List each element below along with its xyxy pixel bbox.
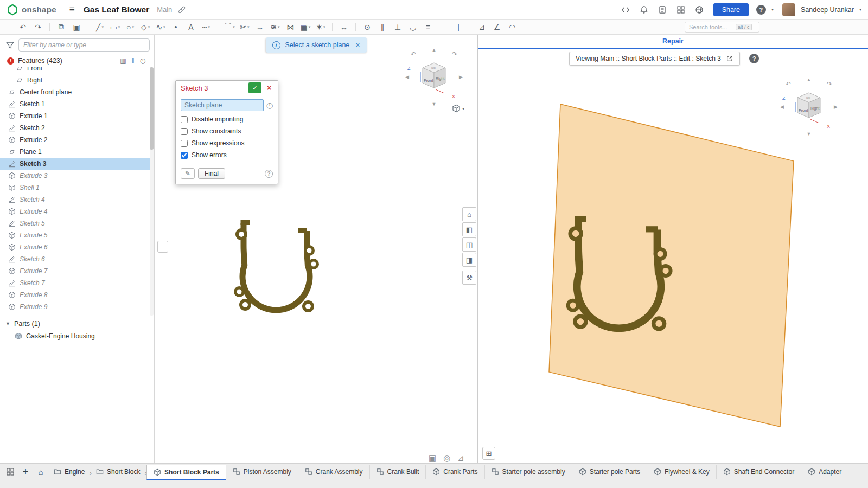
fillet-icon[interactable]: ⌒▾ xyxy=(222,21,237,34)
chevron-down-icon[interactable]: ▾ xyxy=(148,25,150,29)
featurescript-icon[interactable] xyxy=(619,3,632,16)
equal-icon[interactable]: = xyxy=(420,21,436,34)
chevron-down-icon[interactable]: ▾ xyxy=(309,25,311,29)
arrow-left-icon[interactable]: ◀ xyxy=(405,74,409,80)
document-tab-crank-assembly[interactable]: Crank Assembly xyxy=(298,465,370,479)
camera-icon[interactable]: ▣ xyxy=(429,453,436,463)
checkbox-disable-imprinting[interactable] xyxy=(181,116,188,123)
horizontal-constraint-icon[interactable]: — xyxy=(436,21,451,34)
copy-icon[interactable]: ⧉ xyxy=(54,21,69,34)
coincident-icon[interactable]: ⊙ xyxy=(360,21,375,34)
filter-icon[interactable] xyxy=(5,41,15,50)
graphics-area[interactable]: i Select a sketch plane × Sketch 3 ✓ × S… xyxy=(155,35,477,463)
chevron-down-icon[interactable]: ▼ xyxy=(5,321,10,326)
line-icon[interactable]: ╱▾ xyxy=(92,21,107,34)
view-cube-graphic[interactable]: Front Right Top xyxy=(790,89,828,125)
named-views-icon[interactable]: ◫ xyxy=(462,237,476,252)
document-tab-piston-assembly[interactable]: Piston Assembly xyxy=(226,465,298,479)
arrow-right-icon[interactable]: ▶ xyxy=(834,104,838,110)
document-tab-starter-pole-assembly[interactable]: Starter pole assembly xyxy=(485,465,572,479)
rotate-cw-icon[interactable]: ↷ xyxy=(452,50,457,58)
view-cube[interactable]: ↶ ↷ ▲ ▼ ◀ ▶ Z X Front Right Top xyxy=(779,77,839,137)
offset-icon[interactable]: ≋▾ xyxy=(267,21,283,34)
document-tab-flywheel-key[interactable]: Flywheel & Key xyxy=(647,465,717,479)
share-button[interactable]: Share xyxy=(713,3,749,16)
view-cube-graphic[interactable]: Front Right Top xyxy=(415,59,453,95)
scrollbar-track[interactable] xyxy=(150,67,154,316)
search-tools[interactable]: alt / c xyxy=(685,22,760,33)
chevron-down-icon[interactable]: ▾ xyxy=(323,25,326,29)
rotate-ccw-icon[interactable]: ↶ xyxy=(411,50,416,58)
plane-selection-icon[interactable]: ◷ xyxy=(266,101,273,110)
arrow-up-icon[interactable]: ▲ xyxy=(432,47,437,53)
feature-item-sketch-1[interactable]: Sketch 1 xyxy=(0,98,154,110)
chevron-down-icon[interactable]: ▾ xyxy=(771,7,774,12)
repair-panel[interactable]: Repair Viewing Main :: Short Block Parts… xyxy=(477,35,868,463)
text-icon[interactable]: A xyxy=(183,21,199,34)
arc-icon[interactable]: ◠ xyxy=(505,21,520,34)
feature-item-extrude-9[interactable]: Extrude 9 xyxy=(0,301,154,313)
vertical-constraint-icon[interactable]: | xyxy=(451,21,466,34)
circular-pattern-icon[interactable]: ✶▾ xyxy=(313,21,328,34)
feature-item-extrude-4[interactable]: Extrude 4 xyxy=(0,206,154,217)
circle-icon[interactable]: ○▾ xyxy=(123,21,138,34)
accept-button[interactable]: ✓ xyxy=(248,82,261,93)
document-tab-adapter[interactable]: Adapter xyxy=(801,465,848,479)
arrow-down-icon[interactable]: ▼ xyxy=(432,101,437,107)
folder-tab-engine[interactable]: Engine xyxy=(49,465,90,479)
filter-input[interactable] xyxy=(18,38,150,52)
document-tab-shaft-end-connector[interactable]: Shaft End Connector xyxy=(717,465,801,479)
error-badge-icon[interactable]: ! xyxy=(7,57,14,65)
show-constraints-icon[interactable]: ∠ xyxy=(489,21,505,34)
notifications-icon[interactable] xyxy=(637,3,650,16)
dimension-icon[interactable]: ↔ xyxy=(336,21,352,34)
arrow-left-icon[interactable]: ◀ xyxy=(780,104,784,110)
help-menu-button[interactable]: ? xyxy=(756,5,766,15)
checkbox-show-constraints[interactable] xyxy=(181,128,188,135)
orbit-icon[interactable]: ◎ xyxy=(443,453,450,463)
version-label[interactable]: Main xyxy=(157,5,172,14)
learning-center-icon[interactable] xyxy=(656,3,669,16)
feature-item-extrude-3[interactable]: Extrude 3 xyxy=(0,170,154,182)
rotate-ccw-icon[interactable]: ↶ xyxy=(786,80,791,88)
feature-item-shell-1[interactable]: Shell 1 xyxy=(0,182,154,194)
scrollbar-thumb[interactable] xyxy=(150,67,154,150)
tangent-icon[interactable]: ◡ xyxy=(405,21,420,34)
rectangle-icon[interactable]: ▭▾ xyxy=(107,21,123,34)
feature-item-extrude-2[interactable]: Extrude 2 xyxy=(0,134,154,146)
repair-tab[interactable]: Repair xyxy=(478,35,868,49)
feature-item-extrude-1[interactable]: Extrude 1 xyxy=(0,110,154,122)
final-button[interactable]: Final xyxy=(198,168,225,179)
parts-header[interactable]: ▼ Parts (1) xyxy=(0,316,154,330)
feature-item-plane-1[interactable]: Plane 1 xyxy=(0,146,154,158)
undo-icon[interactable]: ↶ xyxy=(15,21,30,34)
gasket-sketch-on-plane[interactable] xyxy=(551,212,687,354)
onshape-logo-icon[interactable] xyxy=(7,4,18,16)
feature-item-front[interactable]: Front xyxy=(0,67,154,74)
checkbox-show-expressions[interactable] xyxy=(181,140,188,147)
suspend-rebuild-icon[interactable]: ‖ xyxy=(128,57,138,65)
polygon-icon[interactable]: ◇▾ xyxy=(138,21,153,34)
app-store-icon[interactable] xyxy=(674,3,687,16)
fit-view-icon[interactable]: ⊞ xyxy=(482,447,495,460)
default-view-icon[interactable]: ⌂ xyxy=(462,207,476,221)
feature-item-sketch-2[interactable]: Sketch 2 xyxy=(0,122,154,134)
chevron-down-icon[interactable]: ▾ xyxy=(462,106,464,111)
option-disable-imprinting[interactable]: Disable imprinting xyxy=(181,115,273,123)
derive-icon[interactable]: ▣ xyxy=(69,21,84,34)
arrow-right-icon[interactable]: ▶ xyxy=(459,74,463,80)
feature-item-center-front-plane[interactable]: Center front plane xyxy=(0,86,154,98)
cancel-button[interactable]: × xyxy=(263,82,276,93)
part-item-gasket-engine-housing[interactable]: Gasket-Engine Housing xyxy=(0,330,154,342)
linear-pattern-icon[interactable]: ▦▾ xyxy=(298,21,313,34)
view-options-button[interactable]: ▾ xyxy=(452,104,464,113)
feature-item-extrude-8[interactable]: Extrude 8 xyxy=(0,289,154,301)
chevron-down-icon[interactable]: ▾ xyxy=(278,25,280,29)
feature-item-extrude-6[interactable]: Extrude 6 xyxy=(0,241,154,253)
chevron-down-icon[interactable]: ▾ xyxy=(101,25,104,29)
spline-icon[interactable]: ∿▾ xyxy=(153,21,168,34)
document-tab-crank-built[interactable]: Crank Built xyxy=(370,465,426,479)
feature-item-sketch-5[interactable]: Sketch 5 xyxy=(0,217,154,229)
hamburger-menu-icon[interactable]: ≡ xyxy=(69,4,75,15)
tab-manager-icon[interactable] xyxy=(3,465,17,479)
